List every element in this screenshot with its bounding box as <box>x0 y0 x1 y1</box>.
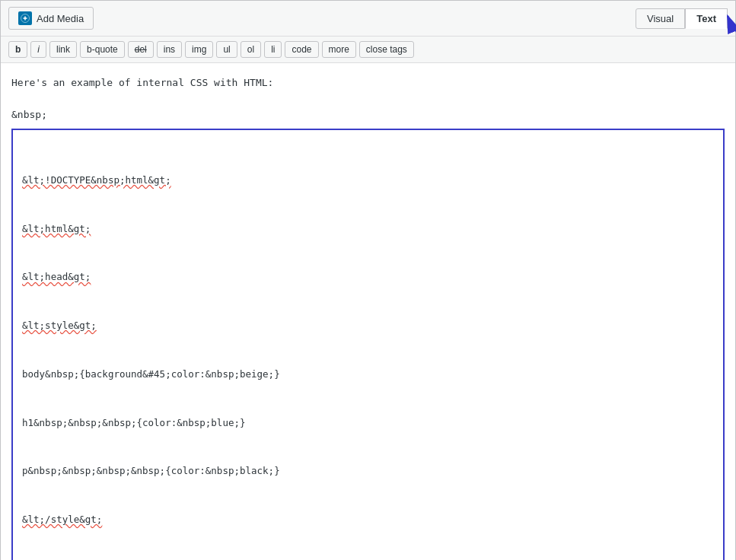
add-media-button[interactable]: Add Media <box>8 7 94 30</box>
add-media-label: Add Media <box>37 13 84 24</box>
format-toolbar: b i link b-quote del ins img ul ol li co… <box>1 37 735 63</box>
format-img-button[interactable]: img <box>185 41 213 58</box>
format-ol-button[interactable]: ol <box>241 41 261 58</box>
code-line: h1&nbsp;&nbsp;&nbsp;{color:&nbsp;blue;} <box>22 415 714 431</box>
editor-intro: Here's an example of internal CSS with H… <box>1 63 735 129</box>
format-ins-button[interactable]: ins <box>157 41 182 58</box>
editor-container: Add Media Visual Text b i link b- <box>0 0 736 560</box>
format-close-tags-button[interactable]: close tags <box>359 41 414 58</box>
view-tabs: Visual Text <box>636 8 728 29</box>
format-ul-button[interactable]: ul <box>216 41 237 58</box>
format-more-button[interactable]: more <box>322 41 356 58</box>
format-bold-button[interactable]: b <box>8 41 27 58</box>
format-li-button[interactable]: li <box>264 41 282 58</box>
top-toolbar: Add Media Visual Text <box>1 1 735 37</box>
code-line: &lt;!DOCTYPE&nbsp;html&gt; <box>22 172 714 188</box>
format-bquote-button[interactable]: b-quote <box>80 41 125 58</box>
tab-visual[interactable]: Visual <box>636 8 685 29</box>
format-italic-button[interactable]: i <box>30 41 46 58</box>
code-line: &lt;head&gt; <box>22 269 714 285</box>
intro-line1: Here's an example of internal CSS with H… <box>11 75 725 91</box>
code-editor[interactable]: &lt;!DOCTYPE&nbsp;html&gt; &lt;html&gt; … <box>11 129 725 560</box>
code-line: &lt;html&gt; <box>22 221 714 237</box>
code-line: &lt;/style&gt; <box>22 511 714 527</box>
code-line: p&nbsp;&nbsp;&nbsp;&nbsp;{color:&nbsp;bl… <box>22 463 714 479</box>
code-line: &lt;style&gt; <box>22 317 714 333</box>
format-code-button[interactable]: code <box>285 41 318 58</box>
tab-text[interactable]: Text <box>685 8 728 29</box>
intro-nbsp: &nbsp; <box>11 107 725 123</box>
format-link-button[interactable]: link <box>49 41 77 58</box>
format-del-button[interactable]: del <box>128 41 154 58</box>
intro-line2 <box>11 91 725 107</box>
code-line: body&nbsp;{background&#45;color:&nbsp;be… <box>22 366 714 382</box>
add-media-icon <box>18 11 32 25</box>
